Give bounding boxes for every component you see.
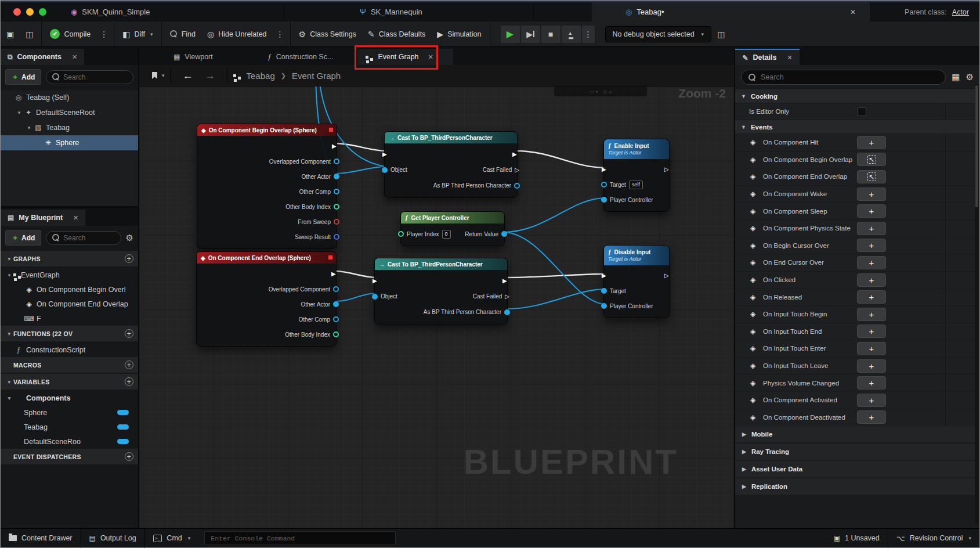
gear-icon[interactable]: ⚙ xyxy=(126,233,133,243)
close-icon[interactable]: ✕ xyxy=(73,214,78,222)
display-filter-icon[interactable]: ▦ xyxy=(952,72,960,82)
pin-value-box[interactable]: self xyxy=(629,181,643,189)
hide-unrelated-button[interactable]: ◎ Hide Unrelated xyxy=(201,21,273,46)
struct-pin[interactable] xyxy=(334,234,339,240)
close-icon[interactable]: ✕ xyxy=(787,54,792,62)
debug-object-dropdown[interactable]: No debug object selected ▾ xyxy=(605,26,712,42)
add-new-button[interactable]: ＋ Add xyxy=(5,230,41,246)
add-event-button-on-component-physics-state[interactable]: + xyxy=(857,222,886,235)
exec-pin[interactable]: ▷ xyxy=(664,273,669,279)
list-item-eventgraph[interactable]: ▾EventGraph xyxy=(1,268,138,282)
list-item-on-component-begin-overl[interactable]: ◈On Component Begin Overl xyxy=(1,282,138,297)
unsaved-button[interactable]: ▣ 1 Unsaved xyxy=(826,529,888,547)
int-pin[interactable] xyxy=(333,331,339,337)
object-pin[interactable] xyxy=(334,174,339,179)
exec-pin[interactable]: ▶ xyxy=(332,143,337,149)
diff-button[interactable]: ◧ Diff ▾ xyxy=(117,21,158,46)
asset-tab-skm-quinn-simple[interactable]: ◉ SKM_Quinn_Simple xyxy=(58,2,284,21)
add-graphs-button[interactable]: + xyxy=(125,254,133,263)
add-event-button-on-end-cursor-over[interactable]: + xyxy=(857,256,886,269)
add-event-button-on-begin-cursor-over[interactable]: + xyxy=(857,239,886,252)
section-ray-tracing[interactable]: ▶Ray Tracing xyxy=(735,444,976,460)
details-search-input[interactable] xyxy=(761,73,938,81)
hide-unrelated-options-kebab-icon[interactable]: ⋮ xyxy=(273,30,288,39)
list-item-defaultsceneroo[interactable]: DefaultSceneRoo xyxy=(1,434,138,449)
list-item-sphere[interactable]: Sphere xyxy=(1,405,138,420)
list-item-components[interactable]: ▾Components xyxy=(1,391,138,405)
minimize-window-button[interactable] xyxy=(26,8,34,16)
event-graph-canvas[interactable]: ▭ ▾ ◎ ⌀ Zoom -2 BLUEPRINT ◈On Component … xyxy=(139,86,734,528)
tab-components[interactable]: ⧉ Components ✕ xyxy=(1,49,84,65)
node-on-component-end-overlap-sphere[interactable]: ◈On Component End Overlap (Sphere)▶Overl… xyxy=(196,251,337,347)
add-event-button-on-input-touch-enter[interactable]: + xyxy=(857,342,886,355)
delegate-pin[interactable] xyxy=(328,255,333,260)
list-item-constructionscript[interactable]: ƒConstructionScript xyxy=(1,342,138,357)
node-cast-to-bp-thirdpersoncharacter[interactable]: →Cast To BP_ThirdPersonCharacter▶▶Object… xyxy=(384,131,518,198)
browse-asset-button[interactable]: ◫ xyxy=(20,21,39,46)
components-search[interactable] xyxy=(46,70,133,84)
console-command-box[interactable] xyxy=(204,531,396,545)
simulation-button[interactable]: ▶ Simulation xyxy=(431,21,487,46)
int-pin[interactable] xyxy=(398,231,404,237)
tree-item-teabag-self[interactable]: ◎Teabag (Self) xyxy=(1,90,138,105)
view-event-button-on-component-end-overlap[interactable]: ↖ xyxy=(857,170,886,183)
scrollbar-thumb[interactable] xyxy=(975,85,978,207)
exec-pin[interactable]: ▶ xyxy=(512,152,517,157)
tab-event-graph[interactable]: Event Graph ✕ xyxy=(357,49,453,65)
console-command-input[interactable] xyxy=(211,535,389,542)
add-event-button-on-clicked[interactable]: + xyxy=(857,273,886,287)
play-button[interactable]: ▶ xyxy=(501,26,520,43)
object-pin[interactable] xyxy=(601,288,607,294)
object-pin[interactable] xyxy=(601,303,607,309)
add-event-button-on-component-activated[interactable]: + xyxy=(857,394,886,407)
object-pin[interactable] xyxy=(334,158,339,164)
add-event-button-on-component-sleep[interactable]: + xyxy=(857,204,886,218)
gear-icon[interactable]: ⚙ xyxy=(966,72,974,82)
object-pin[interactable] xyxy=(334,189,339,194)
add-event-button-on-component-hit[interactable]: + xyxy=(857,136,886,149)
add-functions-22-ov-button[interactable]: + xyxy=(125,329,133,338)
delegate-pin[interactable] xyxy=(328,127,334,132)
cmd-dropdown[interactable]: >_ Cmd ▾ xyxy=(145,529,199,547)
close-icon[interactable]: ✕ xyxy=(428,53,433,61)
exec-pin[interactable]: ▶ xyxy=(373,278,377,284)
eject-button[interactable]: ▴▂ xyxy=(562,26,581,43)
section-cooking[interactable]: ▼ Cooking xyxy=(735,89,976,103)
my-blueprint-search[interactable] xyxy=(46,231,121,245)
tab-details[interactable]: ✎ Details ✕ xyxy=(735,49,800,65)
list-item-on-component-end-overlap[interactable]: ◈On Component End Overlap xyxy=(1,297,138,311)
node-cast-to-bp-thirdpersoncharacter[interactable]: →Cast To BP_ThirdPersonCharacter▶▶Object… xyxy=(374,258,508,325)
exec-pin[interactable]: ▷ xyxy=(664,167,669,172)
details-scroll-area[interactable]: ▼ Cooking Is Editor Only ▼ Events ◈On Co… xyxy=(735,89,979,528)
content-drawer-button[interactable]: Content Drawer xyxy=(1,529,81,547)
add-component-button[interactable]: ＋ Add xyxy=(5,69,41,85)
tab-viewport[interactable]: ▦ Viewport xyxy=(165,49,221,65)
save-button[interactable]: ▣ xyxy=(1,21,20,46)
bool-pin[interactable] xyxy=(334,219,339,225)
exec-pin[interactable]: ▶ xyxy=(602,273,606,279)
section-graphs[interactable]: ▾GRAPHS+ xyxy=(1,251,138,266)
list-item-teabag[interactable]: Teabag xyxy=(1,420,138,434)
add-variables-button[interactable]: + xyxy=(125,377,133,386)
add-event-button-physics-volume-changed[interactable]: + xyxy=(857,376,886,390)
asset-tab-teabag[interactable]: ◎ Teabag• ✕ xyxy=(592,2,870,21)
components-search-input[interactable] xyxy=(63,73,127,81)
add-event-button-on-component-deactivated[interactable]: + xyxy=(857,410,886,424)
asset-tab-sk-mannequin[interactable]: Ψ SK_Mannequin xyxy=(284,2,534,21)
add-event-button-on-component-wake[interactable]: + xyxy=(857,188,886,201)
compile-button[interactable]: ✔ Compile xyxy=(44,21,96,46)
exec-pin[interactable]: ▷ xyxy=(515,167,519,173)
details-search[interactable] xyxy=(741,70,946,85)
tree-item-teabag[interactable]: ▾▧Teabag xyxy=(1,120,138,135)
maximize-window-button[interactable] xyxy=(39,8,46,16)
object-pin[interactable] xyxy=(333,301,339,307)
list-item-f[interactable]: ⌨F xyxy=(1,311,138,326)
my-blueprint-search-input[interactable] xyxy=(63,234,114,242)
expander-icon[interactable]: ▾ xyxy=(25,125,33,131)
add-event-button-on-input-touch-begin[interactable]: + xyxy=(857,308,886,321)
node-enable-input[interactable]: ƒEnable InputTarget is Actor▶▷Targetself… xyxy=(603,139,670,212)
tab-construction-script[interactable]: ƒ Construction Sc... xyxy=(259,49,342,65)
output-log-button[interactable]: ▤ Output Log xyxy=(81,529,144,547)
exec-pin[interactable]: ▷ xyxy=(505,294,509,300)
section-events[interactable]: ▼ Events xyxy=(735,120,976,134)
